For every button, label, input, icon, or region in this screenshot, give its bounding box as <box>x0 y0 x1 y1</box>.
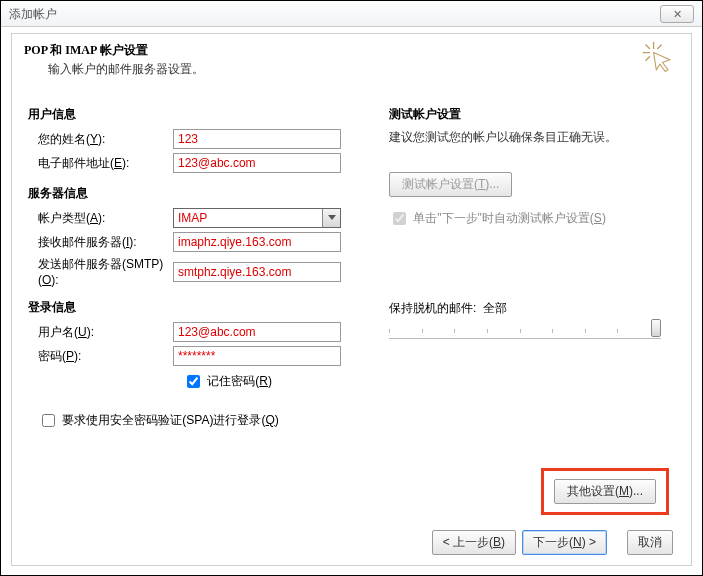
header-subtitle: 输入帐户的邮件服务器设置。 <box>48 61 679 78</box>
next-button[interactable]: 下一步(N) > <box>522 530 607 555</box>
email-input[interactable] <box>173 153 341 173</box>
outgoing-server-input[interactable] <box>173 262 341 282</box>
right-column: 测试帐户设置 建议您测试您的帐户以确保条目正确无误。 测试帐户设置(T)... … <box>373 102 675 430</box>
offline-mail-value: 全部 <box>483 301 507 315</box>
account-type-value: IMAP <box>174 209 322 227</box>
remember-password-label: 记住密码(R) <box>207 374 272 388</box>
section-test-account: 测试帐户设置 <box>389 106 675 123</box>
name-label: 您的姓名(Y): <box>28 131 173 148</box>
section-user-info: 用户信息 <box>28 106 373 123</box>
remember-password-row: 记住密码(R) <box>183 372 373 391</box>
account-type-select[interactable]: IMAP <box>173 208 341 228</box>
email-label: 电子邮件地址(E): <box>28 155 173 172</box>
svg-line-3 <box>657 45 662 50</box>
auto-test-label: 单击"下一步"时自动测试帐户设置(S) <box>413 211 606 225</box>
test-description: 建议您测试您的帐户以确保条目正确无误。 <box>389 129 675 146</box>
auto-test-checkbox[interactable] <box>393 212 406 225</box>
header-panel: POP 和 IMAP 帐户设置 输入帐户的邮件服务器设置。 <box>11 33 692 88</box>
section-login-info: 登录信息 <box>28 299 373 316</box>
cancel-button[interactable]: 取消 <box>627 530 673 555</box>
left-column: 用户信息 您的姓名(Y): 电子邮件地址(E): 服务器信息 帐户类型(A): … <box>28 102 373 430</box>
incoming-label: 接收邮件服务器(I): <box>28 234 173 251</box>
spa-checkbox[interactable] <box>42 414 55 427</box>
chevron-down-icon <box>322 209 340 227</box>
remember-password-checkbox[interactable] <box>187 375 200 388</box>
offline-mail-label: 保持脱机的邮件: <box>389 301 476 315</box>
name-input[interactable] <box>173 129 341 149</box>
password-input[interactable] <box>173 346 341 366</box>
titlebar: 添加帐户 ✕ <box>1 1 702 27</box>
more-settings-button[interactable]: 其他设置(M)... <box>554 479 656 504</box>
wizard-footer: < 上一步(B) 下一步(N) > 取消 <box>432 530 673 555</box>
incoming-server-input[interactable] <box>173 232 341 252</box>
test-account-button[interactable]: 测试帐户设置(T)... <box>389 172 512 197</box>
offline-mail-row: 保持脱机的邮件: 全部 <box>389 300 675 339</box>
password-label: 密码(P): <box>28 348 173 365</box>
outgoing-label: 发送邮件服务器(SMTP)(O): <box>28 256 173 287</box>
svg-line-2 <box>646 45 651 50</box>
back-button[interactable]: < 上一步(B) <box>432 530 516 555</box>
spa-label: 要求使用安全密码验证(SPA)进行登录(Q) <box>62 413 278 427</box>
section-server-info: 服务器信息 <box>28 185 373 202</box>
username-label: 用户名(U): <box>28 324 173 341</box>
svg-line-4 <box>646 56 651 61</box>
more-settings-highlight: 其他设置(M)... <box>541 468 669 515</box>
username-input[interactable] <box>173 322 341 342</box>
cursor-click-icon <box>641 40 677 76</box>
window-title: 添加帐户 <box>9 1 57 27</box>
header-title: POP 和 IMAP 帐户设置 <box>24 42 679 59</box>
close-icon: ✕ <box>673 1 682 27</box>
main-panel: 用户信息 您的姓名(Y): 电子邮件地址(E): 服务器信息 帐户类型(A): … <box>11 88 692 566</box>
offline-mail-slider[interactable] <box>389 323 661 339</box>
slider-thumb[interactable] <box>651 319 661 337</box>
close-button[interactable]: ✕ <box>660 5 694 23</box>
account-type-label: 帐户类型(A): <box>28 210 173 227</box>
